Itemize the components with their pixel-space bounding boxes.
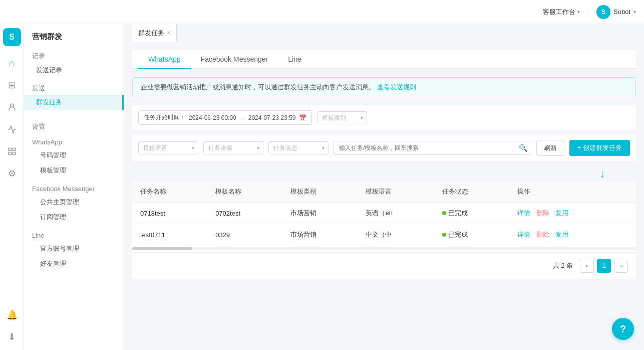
cell-actions: 详情 删除 复用 (509, 224, 636, 246)
settings-icon[interactable]: ⚙ (3, 164, 21, 183)
current-page-button[interactable]: 1 (597, 259, 611, 273)
records-section-label: 记录 (24, 48, 124, 63)
cell-template-name: 0329 (207, 224, 282, 246)
sidebar-item-template-mgmt[interactable]: 模板管理 (24, 163, 124, 178)
col-actions: 操作 (509, 181, 636, 203)
col-task-status: 任务状态 (434, 181, 509, 203)
date-start: 2024-06-23 00:00 (189, 114, 236, 121)
create-button[interactable]: + 创建群发任务 (569, 140, 630, 156)
download-icon[interactable]: ⬇ (3, 328, 21, 346)
analytics-icon[interactable] (3, 120, 21, 138)
search-input[interactable] (334, 141, 531, 155)
user-arrow: ▾ (633, 9, 636, 15)
date-range-picker[interactable]: 任务开始时间： 2024-06-23 00:00 → 2024-07-23 23… (138, 110, 312, 125)
topbar: 客服工作台 ▾ S Sobot ▾ (0, 0, 644, 24)
filters-row-1: 任务开始时间： 2024-06-23 00:00 → 2024-07-23 23… (132, 105, 636, 130)
cell-task-status: 已完成 (434, 203, 509, 224)
cell-template-lang: 英语（en (358, 203, 434, 224)
date-arrow: → (239, 114, 245, 121)
sidebar-item-public-page[interactable]: 公共主页管理 (24, 195, 124, 210)
col-task-name: 任务名称 (132, 181, 207, 203)
main-content: 群发任务 × WhatsApp Facebook Messenger Line … (124, 24, 644, 350)
task-source-wrapper: 任务来源 (203, 141, 263, 154)
table-wrapper: 任务名称 模板名称 模板类别 模板语言 任务状态 操作 0718test 070… (132, 181, 636, 279)
sidebar-item-number-mgmt[interactable]: 号码管理 (24, 148, 124, 163)
sidebar: 营销群发 记录 发送记录 发送 群发任务 设置 WhatsApp 号码管理 模板… (24, 24, 124, 350)
refresh-button[interactable]: 刷新 (536, 140, 564, 156)
col-template-category: 模板类别 (282, 181, 358, 203)
sidebar-item-official-account[interactable]: 官方账号管理 (24, 241, 124, 256)
action-detail-link[interactable]: 详情 (517, 231, 530, 238)
info-link[interactable]: 查看发送规则 (377, 83, 416, 92)
sidebar-item-send-records[interactable]: 发送记录 (24, 63, 124, 78)
cell-template-name: 0702test (207, 203, 282, 224)
calendar-icon: 📅 (299, 114, 306, 121)
prev-page-button[interactable]: ‹ (580, 259, 594, 273)
cell-template-lang: 中文（中 (358, 224, 434, 246)
avatar: S (596, 5, 610, 19)
cell-task-name: 0718test (132, 203, 207, 224)
bell-icon[interactable]: 🔔 (3, 306, 21, 324)
line-section-label: Line (24, 228, 124, 241)
tab-label: 群发任务 (138, 29, 164, 38)
svg-rect-4 (9, 152, 11, 155)
whatsapp-section-label: WhatsApp (24, 134, 124, 148)
task-status-wrapper: 任务状态 (268, 141, 329, 154)
date-end: 2024-07-23 23:59 (248, 114, 296, 121)
task-table: 任务名称 模板名称 模板类别 模板语言 任务状态 操作 0718test 070… (132, 181, 636, 245)
info-text: 企业需要做营销活动推广或消息通知时，可以通过群发任务主动向客户发送消息。 (141, 83, 375, 92)
search-wrap: 🔍 (334, 141, 531, 155)
fb-messenger-section-label: Facebook Messenger (24, 181, 124, 195)
pagination: 共 2 条 ‹ 1 › (132, 252, 636, 279)
page-content: WhatsApp Facebook Messenger Line 企业需要做营销… (124, 42, 644, 350)
cell-template-category: 市场营销 (282, 203, 358, 224)
template-category-select[interactable] (317, 111, 367, 124)
dashboard-icon[interactable]: ⊞ (3, 76, 21, 94)
scrollbar-thumb (132, 247, 192, 250)
sidebar-item-subscription[interactable]: 订阅管理 (24, 210, 124, 225)
tab-close-icon[interactable]: × (167, 30, 170, 36)
tab-facebook-messenger[interactable]: Facebook Messenger (191, 50, 278, 69)
horizontal-scrollbar[interactable] (132, 247, 636, 250)
svg-rect-1 (9, 148, 11, 150)
svg-point-0 (11, 104, 14, 107)
icon-nav: S ⌂ ⊞ ⚙ 🔔 ⬇ (0, 24, 24, 350)
tab-bar: 群发任务 × (124, 24, 644, 42)
tab-whatsapp[interactable]: WhatsApp (138, 50, 191, 69)
search-icon[interactable]: 🔍 (519, 144, 527, 152)
action-reuse-link[interactable]: 复用 (555, 231, 568, 238)
cell-actions: 详情 删除 复用 (509, 203, 636, 224)
sidebar-item-friends-mgmt[interactable]: 好友管理 (24, 256, 124, 271)
table-row: test0711 0329 市场营销 中文（中 已完成 详情 删除 复用 (132, 224, 636, 246)
filters-row-2: 模板语言 任务来源 任务状态 🔍 (132, 135, 636, 161)
template-lang-select[interactable] (138, 141, 198, 154)
task-source-select[interactable] (203, 141, 263, 154)
help-button[interactable]: ? (612, 318, 634, 340)
date-range-label: 任务开始时间： (144, 113, 186, 122)
tab-line[interactable]: Line (278, 50, 311, 69)
settings-section-label: 设置 (24, 118, 124, 133)
page-total: 共 2 条 (553, 261, 573, 270)
send-section-label: 发送 (24, 80, 124, 95)
cell-task-name: test0711 (132, 224, 207, 246)
col-template-lang: 模板语言 (358, 181, 434, 203)
workspace-switcher[interactable]: 客服工作台 ▾ (543, 8, 580, 17)
user-menu[interactable]: S Sobot ▾ (596, 5, 636, 19)
home-icon[interactable]: ⌂ (3, 54, 21, 72)
cell-template-category: 市场营销 (282, 224, 358, 246)
action-reuse-link[interactable]: 复用 (555, 209, 568, 217)
action-detail-link[interactable]: 详情 (517, 209, 530, 217)
action-delete-link[interactable]: 删除 (536, 231, 549, 238)
tab-mass-task[interactable]: 群发任务 × (132, 24, 177, 42)
template-lang-wrapper: 模板语言 (138, 141, 198, 154)
task-status-select[interactable] (268, 141, 329, 154)
sidebar-item-mass-task[interactable]: 群发任务 (24, 95, 124, 110)
svg-rect-2 (13, 148, 15, 150)
info-banner: 企业需要做营销活动推广或消息通知时，可以通过群发任务主动向客户发送消息。 查看发… (132, 77, 636, 97)
orders-icon[interactable] (3, 142, 21, 160)
channel-tabs: WhatsApp Facebook Messenger Line (132, 50, 636, 69)
next-page-button[interactable]: › (614, 259, 628, 273)
contacts-icon[interactable] (3, 98, 21, 116)
template-category-wrapper: 模板类别 (317, 111, 367, 124)
action-delete-link[interactable]: 删除 (536, 209, 549, 217)
